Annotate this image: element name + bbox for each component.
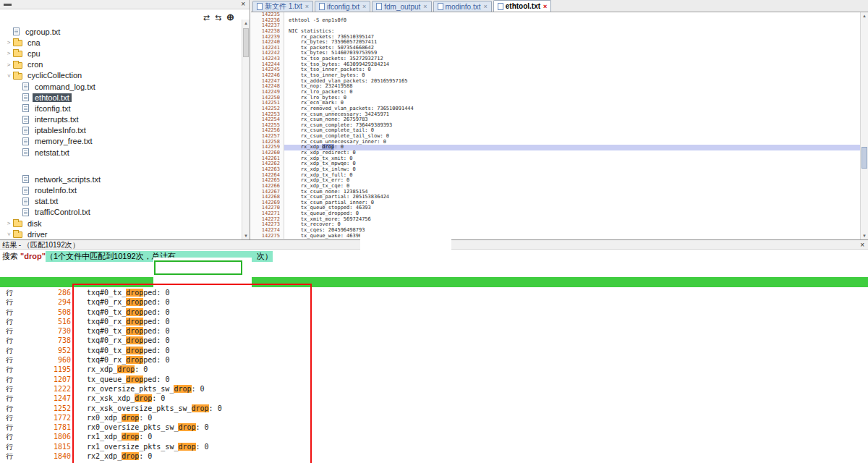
row-line-number: 738: [14, 336, 75, 345]
tree-item-label: cpu [25, 49, 43, 58]
tab-close-icon[interactable]: × [423, 3, 427, 10]
tree-item-stat.txt[interactable]: stat.txt [0, 196, 242, 207]
redaction-patch [360, 232, 451, 252]
tree-item-label: cgroup.txt [23, 27, 62, 36]
annotation-red-box [72, 284, 312, 463]
results-title: 结果 - （匹配10192次） [2, 241, 80, 249]
tree-item-label: cna [25, 38, 43, 47]
tab-label: ifconfig.txt [327, 3, 359, 11]
document-icon [376, 3, 382, 10]
tree-item-routeInfo.txt[interactable]: routeInfo.txt [0, 184, 242, 195]
tree-item-trafficControl.txt[interactable]: trafficControl.txt [0, 207, 242, 218]
tree-item-label: cron [25, 60, 45, 69]
tab-close-icon[interactable]: × [362, 3, 366, 10]
file-icon [22, 197, 29, 205]
document-icon [438, 3, 443, 10]
tree-item-iptablesInfo.txt[interactable]: iptablesInfo.txt [0, 125, 242, 136]
summary-suffix: 次） [257, 251, 273, 262]
tree-item-interrupts.txt[interactable]: interrupts.txt [0, 114, 242, 125]
tree-item-cpu[interactable]: >cpu [0, 48, 242, 59]
editor-scrollbar[interactable]: ▲ ▼ [860, 12, 868, 239]
file-icon [22, 187, 29, 195]
tab-fdm_output[interactable]: fdm_output× [372, 1, 431, 12]
chevron-right-icon[interactable]: > [4, 39, 13, 46]
scroll-down-icon[interactable]: ▼ [242, 232, 250, 239]
editor[interactable]: 142235142236ethtool -S enp1s0f0142237142… [251, 12, 868, 239]
tree-scrollbar[interactable]: ▲ ▼ [242, 20, 250, 239]
chevron-right-icon[interactable]: > [4, 220, 13, 226]
tree-item-label: ethtool.txt [33, 93, 72, 102]
editor-lines: 142235142236ethtool -S enp1s0f0142237142… [251, 12, 860, 239]
tab-新文件 1.txt[interactable]: 新文件 1.txt× [252, 1, 313, 12]
file-icon [22, 104, 29, 112]
folder-icon [13, 40, 22, 46]
workspace-close-icon[interactable]: × [241, 0, 245, 9]
chevron-down-icon[interactable]: > [6, 71, 12, 80]
row-line-label: 行 [0, 432, 14, 441]
tree-item-network_scripts.txt[interactable]: network_scripts.txt [0, 174, 242, 184]
tab-modinfo.txt[interactable]: modinfo.txt× [433, 1, 492, 12]
tree-item-driver[interactable]: >driver [0, 229, 242, 239]
folder-icon [13, 232, 22, 238]
search-term: "drop" [20, 251, 46, 262]
editor-scrollbar-thumb[interactable] [861, 147, 867, 169]
row-line-label: 行 [0, 404, 14, 413]
line-text: tx_queue_wake: 46396 [284, 234, 362, 239]
scroll-up-icon[interactable]: ▲ [242, 20, 250, 27]
editor-line[interactable]: 142272 tx_xmit_more: 569724756 [251, 217, 860, 223]
swap-icon[interactable]: ⇆ [215, 12, 221, 22]
tree-redacted-gap [0, 158, 242, 174]
tree-item-cgroup.txt[interactable]: cgroup.txt [0, 26, 242, 37]
document-icon [498, 3, 503, 10]
row-line-number: 730: [14, 326, 75, 336]
workspace-tree: cgroup.txt>cna>cpu>cron>cyclicCollection… [0, 26, 242, 239]
editor-line[interactable]: 142236ethtool -S enp1s0f0 [251, 18, 860, 24]
tree-item-netstat.txt[interactable]: netstat.txt [0, 147, 242, 158]
tree-item-cna[interactable]: >cna [0, 37, 242, 48]
chevron-right-icon[interactable]: > [4, 50, 13, 56]
annotation-green-box [154, 260, 242, 275]
row-line-label: 行 [0, 355, 14, 365]
tree-item-memory_free.txt[interactable]: memory_free.txt [0, 136, 242, 147]
tab-ethtool.txt[interactable]: ethtool.txt× [493, 0, 552, 12]
chevron-right-icon[interactable]: > [4, 61, 13, 68]
editor-line[interactable]: 142237 [251, 23, 860, 29]
row-line-label: 行 [0, 307, 14, 317]
row-line-label: 行 [0, 336, 14, 345]
row-line-label: 行 [0, 317, 14, 326]
tree-item-label: stat.txt [33, 197, 60, 205]
tab-close-icon[interactable]: × [543, 3, 547, 10]
row-line-number: 294: [14, 297, 75, 307]
tree-item-ifconfig.txt[interactable]: ifconfig.txt [0, 103, 242, 114]
scroll-up-icon[interactable]: ▲ [861, 12, 868, 20]
tree-item-ethtool.txt[interactable]: ethtool.txt [0, 92, 242, 103]
tab-label: modinfo.txt [446, 3, 481, 11]
row-line-label: 行 [0, 375, 14, 384]
tree-item-command_log.txt[interactable]: command_log.txt [0, 81, 242, 92]
locate-icon[interactable]: ⊕ [226, 12, 234, 22]
row-line-number: 1815: [14, 442, 75, 451]
scroll-down-icon[interactable]: ▼ [861, 232, 868, 239]
sync-icon[interactable]: ⇄ [203, 12, 210, 22]
tab-label: 新文件 1.txt [265, 1, 302, 12]
tree-item-label: network_scripts.txt [33, 175, 103, 184]
line-text: rx_xdp_drop: 0 [284, 145, 860, 150]
row-line-number: 508: [14, 307, 75, 317]
tab-label: fdm_output [384, 3, 420, 11]
document-icon [257, 3, 263, 10]
folder-icon [13, 62, 22, 69]
tab-close-icon[interactable]: × [305, 3, 309, 10]
tab-ifconfig.txt[interactable]: ifconfig.txt× [315, 1, 370, 12]
tree-scrollbar-thumb[interactable] [243, 28, 249, 57]
tree-item-disk[interactable]: >disk [0, 218, 242, 229]
chevron-down-icon[interactable]: > [6, 230, 12, 239]
tree-item-cyclicCollection[interactable]: >cyclicCollection [0, 70, 242, 81]
row-line-number: 286: [14, 288, 75, 297]
results-close-icon[interactable]: × [860, 240, 864, 250]
row-line-label: 行 [0, 288, 14, 297]
tree-item-cron[interactable]: >cron [0, 59, 242, 70]
row-line-number: 1247: [14, 394, 75, 403]
editor-line[interactable]: 142275 tx_queue_wake: 46396 [251, 234, 860, 239]
row-line-label: 行 [0, 346, 14, 355]
tab-close-icon[interactable]: × [483, 3, 487, 10]
